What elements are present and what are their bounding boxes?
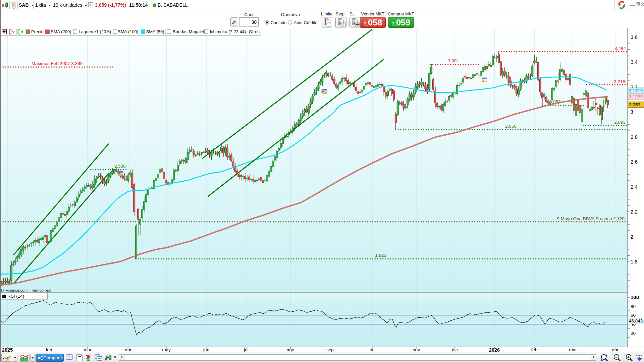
svg-text:46,843: 46,843 bbox=[629, 318, 643, 323]
svg-text:feb: feb bbox=[46, 347, 52, 352]
svg-text:3,1719: 3,1719 bbox=[629, 88, 643, 93]
svg-text:3,1229: 3,1229 bbox=[629, 94, 643, 99]
svg-text:2: 2 bbox=[631, 234, 633, 240]
svg-text:2,6: 2,6 bbox=[631, 159, 638, 165]
svg-text:80: 80 bbox=[631, 304, 636, 309]
svg-text:feb: feb bbox=[531, 347, 538, 352]
svg-text:mar: mar bbox=[569, 347, 577, 352]
svg-text:3,059: 3,059 bbox=[629, 102, 640, 107]
svg-text:3,6: 3,6 bbox=[631, 34, 638, 40]
svg-text:may: may bbox=[162, 347, 171, 352]
svg-text:jul: jul bbox=[244, 347, 249, 352]
svg-text:2,858: 2,858 bbox=[505, 124, 517, 129]
svg-text:3,053: 3,053 bbox=[549, 99, 561, 104]
svg-text:IT-Finance.com - Tiempo real: IT-Finance.com - Tiempo real bbox=[1, 288, 51, 292]
svg-text:2,8: 2,8 bbox=[631, 134, 638, 140]
svg-text:2,2: 2,2 bbox=[631, 209, 638, 215]
svg-text:3,4: 3,4 bbox=[631, 59, 638, 65]
svg-text:60: 60 bbox=[631, 313, 636, 318]
svg-text:mar: mar bbox=[84, 347, 92, 352]
svg-text:3,484: 3,484 bbox=[614, 46, 626, 51]
svg-text:jun: jun bbox=[203, 347, 209, 352]
svg-text:sep: sep bbox=[326, 347, 334, 352]
svg-text:100: 100 bbox=[631, 294, 639, 300]
svg-text:RSI (14): RSI (14) bbox=[7, 294, 24, 299]
svg-text:nov: nov bbox=[413, 347, 420, 352]
svg-text:3,381: 3,381 bbox=[448, 58, 459, 63]
svg-text:1,8: 1,8 bbox=[631, 259, 638, 264]
svg-text:2026: 2026 bbox=[489, 347, 500, 353]
svg-text:abr: abr bbox=[125, 347, 131, 352]
svg-text:9 Mayo Opa BBVA Fracaso 2,120: 9 Mayo Opa BBVA Fracaso 2,120 bbox=[557, 216, 625, 221]
svg-text:20: 20 bbox=[631, 331, 636, 336]
svg-text:abr: abr bbox=[612, 347, 619, 352]
svg-text:ago: ago bbox=[287, 347, 294, 352]
svg-text:2,4: 2,4 bbox=[631, 184, 638, 190]
svg-text:2025: 2025 bbox=[2, 347, 13, 353]
svg-text:dic: dic bbox=[452, 347, 458, 352]
svg-text:oct: oct bbox=[370, 347, 376, 352]
svg-text:3: 3 bbox=[631, 109, 633, 115]
svg-text:Máximos Feb 2007 3,360: Máximos Feb 2007 3,360 bbox=[32, 61, 83, 66]
svg-text:2,538: 2,538 bbox=[114, 164, 126, 169]
svg-text:1,823: 1,823 bbox=[375, 253, 386, 258]
svg-text:2,893: 2,893 bbox=[614, 120, 626, 125]
svg-text:3,218: 3,218 bbox=[614, 79, 625, 84]
